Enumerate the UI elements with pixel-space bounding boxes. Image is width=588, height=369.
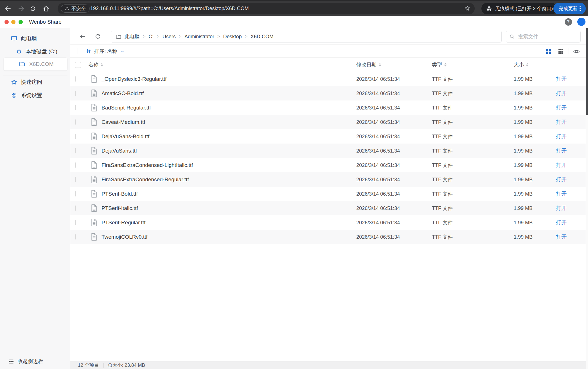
view-grid-large-button[interactable] <box>545 48 552 55</box>
avatar[interactable] <box>577 18 585 26</box>
open-file-link[interactable]: 打开 <box>556 118 567 126</box>
file-name[interactable]: Caveat-Medium.ttf <box>102 119 145 125</box>
bookmark-star-button[interactable] <box>464 5 471 12</box>
column-header-type[interactable]: 类型 <box>432 58 447 72</box>
site-security-chip[interactable]: 不安全 <box>61 5 90 13</box>
view-grid-small-button[interactable] <box>558 48 564 55</box>
row-checkbox[interactable] <box>75 205 76 211</box>
browser-forward-button[interactable] <box>17 5 25 12</box>
table-row[interactable]: AmaticSC-Bold.ttf 2026/3/14 06:51:34 TTF… <box>70 86 586 100</box>
row-checkbox[interactable] <box>75 148 76 153</box>
open-file-link[interactable]: 打开 <box>556 75 567 83</box>
open-file-link[interactable]: 打开 <box>556 162 567 169</box>
sort-indicator-icon <box>379 63 381 67</box>
row-checkbox[interactable] <box>75 162 76 168</box>
breadcrumb-item[interactable]: Users <box>163 34 176 40</box>
table-row[interactable]: FiraSansExtraCondensed-Regular.ttf 2026/… <box>70 172 586 187</box>
sidebar-item-quick-access[interactable]: 快速访问 <box>11 77 42 88</box>
breadcrumb-item[interactable]: Desktop <box>223 34 242 40</box>
scrollbar-thumb[interactable] <box>586 28 588 115</box>
table-row[interactable]: DejaVuSans.ttf 2026/3/14 06:51:34 TTF 文件… <box>70 144 586 158</box>
file-name[interactable]: PTSerif-Italic.ttf <box>102 205 138 211</box>
row-checkbox[interactable] <box>75 234 76 240</box>
row-checkbox[interactable] <box>75 91 76 96</box>
sidebar-item-system-settings[interactable]: 系统设置 <box>11 90 42 101</box>
file-name[interactable]: PTSerif-Bold.ttf <box>102 191 138 197</box>
table-row[interactable]: PTSerif-Bold.ttf 2026/3/14 06:51:34 TTF … <box>70 187 586 201</box>
collapse-sidebar-button[interactable]: 收起侧边栏 <box>8 356 43 367</box>
sidebar-item-local-disk-c[interactable]: 本地磁盘 (C:) <box>16 46 57 57</box>
breadcrumb-item[interactable]: Administrator <box>184 34 214 40</box>
breadcrumb-item[interactable]: X6D.COM <box>251 34 274 40</box>
file-name[interactable]: _OpenDyslexic3-Regular.ttf <box>102 76 166 82</box>
select-all-checkbox[interactable] <box>75 62 81 68</box>
open-file-link[interactable]: 打开 <box>556 176 567 183</box>
back-icon <box>79 33 86 40</box>
window-close-button[interactable] <box>4 20 9 24</box>
file-size: 1.99 MB <box>514 105 533 111</box>
address-bar[interactable]: 不安全 192.168.0.11:9999/#/?path=C:/Users/A… <box>58 3 475 14</box>
content-area: 此电脑>C:>Users>Administrator>Desktop>X6D.C… <box>70 28 586 369</box>
file-name[interactable]: BadScript-Regular.ttf <box>102 105 151 111</box>
file-name[interactable]: FiraSansExtraCondensed-LightItalic.ttf <box>102 162 193 168</box>
breadcrumb-items: 此电脑>C:>Users>Administrator>Desktop>X6D.C… <box>125 33 274 40</box>
file-name[interactable]: DejaVuSans-Bold.ttf <box>102 133 149 140</box>
table-row[interactable]: FiraSansExtraCondensed-LightItalic.ttf 2… <box>70 158 586 172</box>
open-file-link[interactable]: 打开 <box>556 104 567 111</box>
table-row[interactable]: DejaVuSans-Bold.ttf 2026/3/14 06:51:34 T… <box>70 129 586 144</box>
table-row[interactable]: BadScript-Regular.ttf 2026/3/14 06:51:34… <box>70 100 586 115</box>
open-file-link[interactable]: 打开 <box>556 133 567 140</box>
row-checkbox[interactable] <box>75 220 76 225</box>
browser-back-button[interactable] <box>4 5 12 12</box>
incognito-icon <box>486 5 493 12</box>
open-file-link[interactable]: 打开 <box>556 233 567 241</box>
nav-back-button[interactable] <box>79 33 86 40</box>
column-header-size[interactable]: 大小 <box>514 58 529 72</box>
browser-toolbar: 不安全 192.168.0.11:9999/#/?path=C:/Users/A… <box>0 0 588 16</box>
browser-menu-icon[interactable] <box>580 6 581 11</box>
window-minimize-button[interactable] <box>11 20 15 24</box>
help-button[interactable] <box>565 18 572 26</box>
open-file-link[interactable]: 打开 <box>556 205 567 212</box>
sidebar-item-this-pc[interactable]: 此电脑 <box>11 33 37 44</box>
nav-refresh-button[interactable] <box>94 33 102 40</box>
row-checkbox[interactable] <box>75 177 76 182</box>
browser-update-button[interactable]: 完成更新 <box>553 3 586 14</box>
sidebar-divider <box>3 75 67 75</box>
row-checkbox[interactable] <box>75 134 76 139</box>
browser-reload-button[interactable] <box>29 5 37 12</box>
row-checkbox[interactable] <box>75 76 76 82</box>
row-checkbox[interactable] <box>75 119 76 125</box>
open-file-link[interactable]: 打开 <box>556 190 567 198</box>
file-name[interactable]: FiraSansExtraCondensed-Regular.ttf <box>102 176 189 183</box>
preview-toggle-button[interactable] <box>573 48 580 55</box>
url-text[interactable]: 192.168.0.11:9999/#/?path=C:/Users/Admin… <box>90 6 249 12</box>
search-input[interactable] <box>506 31 580 42</box>
breadcrumb-item[interactable]: 此电脑 <box>125 33 140 40</box>
open-file-link[interactable]: 打开 <box>556 219 567 226</box>
security-label: 不安全 <box>71 5 86 12</box>
table-row[interactable]: _OpenDyslexic3-Regular.ttf 2026/3/14 06:… <box>70 72 586 86</box>
row-checkbox[interactable] <box>75 191 76 196</box>
sidebar-item-label: 本地磁盘 (C:) <box>26 48 57 55</box>
sort-control[interactable]: 排序: 名称 <box>85 45 125 57</box>
table-row[interactable]: TwemojiCOLRv0.ttf 2026/3/14 06:51:34 TTF… <box>70 230 586 244</box>
file-name[interactable]: TwemojiCOLRv0.ttf <box>102 234 148 240</box>
open-file-link[interactable]: 打开 <box>556 90 567 97</box>
file-name[interactable]: PTSerif-Regular.ttf <box>102 220 145 226</box>
file-name[interactable]: AmaticSC-Bold.ttf <box>102 90 144 97</box>
breadcrumb-item[interactable]: C: <box>148 34 154 40</box>
row-checkbox[interactable] <box>75 105 76 110</box>
window-maximize-button[interactable] <box>19 20 23 24</box>
sidebar-item-x6d-com-selected[interactable]: X6D.COM <box>3 57 67 71</box>
page-scrollbar[interactable] <box>586 28 588 369</box>
file-name[interactable]: DejaVuSans.ttf <box>102 148 137 154</box>
table-row[interactable]: Caveat-Medium.ttf 2026/3/14 06:51:34 TTF… <box>70 115 586 129</box>
table-row[interactable]: PTSerif-Regular.ttf 2026/3/14 06:51:34 T… <box>70 215 586 230</box>
column-header-modified[interactable]: 修改日期 <box>356 58 381 72</box>
open-file-link[interactable]: 打开 <box>556 147 567 155</box>
browser-home-button[interactable] <box>42 5 50 12</box>
column-header-name[interactable]: 名称 <box>88 58 103 72</box>
table-row[interactable]: PTSerif-Italic.ttf 2026/3/14 06:51:34 TT… <box>70 201 586 215</box>
file-list: _OpenDyslexic3-Regular.ttf 2026/3/14 06:… <box>70 72 586 244</box>
